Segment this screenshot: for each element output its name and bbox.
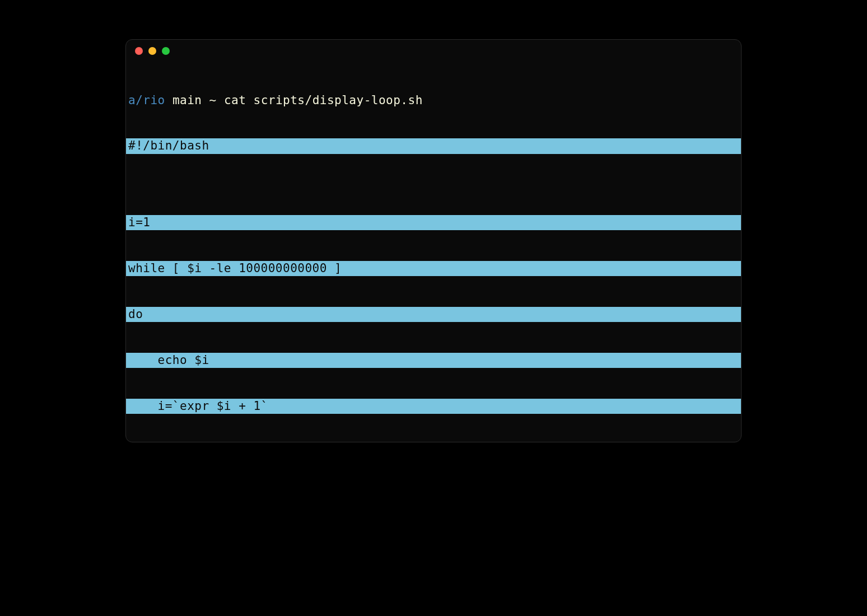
minimize-icon[interactable] — [148, 47, 156, 55]
selection-line[interactable]: i=`expr $i + 1` — [126, 399, 741, 414]
terminal-content[interactable]: a/rio main ~ cat scripts/display-loop.sh… — [126, 62, 741, 442]
close-icon[interactable] — [135, 47, 143, 55]
prompt-command: cat scripts/display-loop.sh — [224, 94, 423, 107]
prompt-sep: ~ — [209, 94, 217, 107]
selection-line[interactable]: echo $i — [126, 353, 741, 368]
prompt-path: a/rio — [128, 94, 165, 107]
selection-line[interactable]: while [ $i -le 100000000000 ] — [126, 261, 741, 276]
terminal-window[interactable]: a/rio main ~ cat scripts/display-loop.sh… — [125, 39, 742, 442]
prompt-branch: main — [173, 94, 202, 107]
selection-line[interactable]: i=1 — [126, 215, 741, 230]
selection-line[interactable]: do — [126, 307, 741, 322]
window-titlebar — [126, 40, 741, 62]
selection-line[interactable]: #!/bin/bash — [126, 138, 741, 153]
maximize-icon[interactable] — [162, 47, 170, 55]
prompt-line-1: a/rio main ~ cat scripts/display-loop.sh — [126, 93, 741, 108]
